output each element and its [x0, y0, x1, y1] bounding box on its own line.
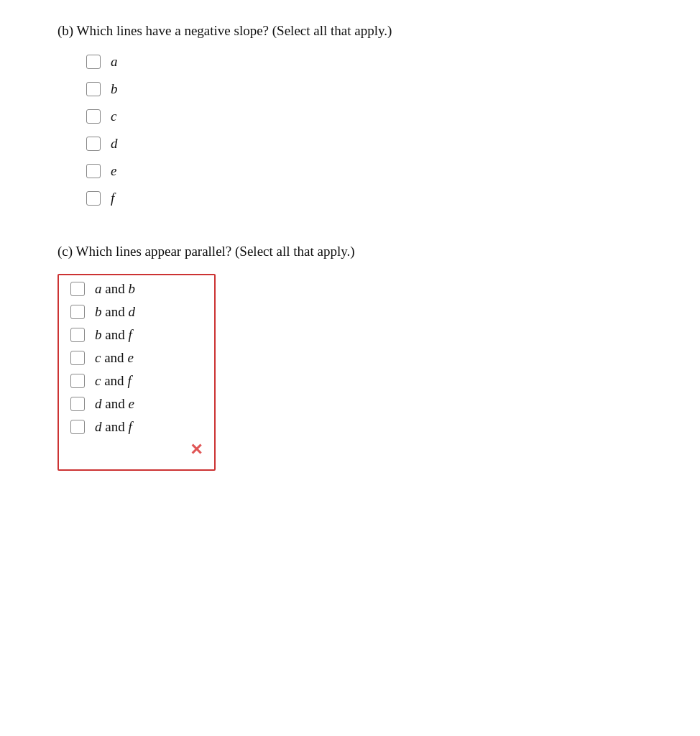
list-item: c and e: [70, 350, 203, 366]
checkbox-b-b[interactable]: [86, 82, 101, 96]
checkbox-c-ce[interactable]: [70, 351, 85, 365]
section-c-question: (c) Which lines appear parallel? (Select…: [57, 242, 643, 262]
option-label-c-cf: c and f: [95, 373, 132, 389]
option-label-b-e: e: [111, 163, 116, 179]
checkbox-b-e[interactable]: [86, 164, 101, 178]
option-label-b-b: b: [111, 81, 118, 97]
list-item: c and f: [70, 373, 203, 389]
close-icon-container: ✕: [70, 442, 203, 458]
option-label-c-ab: a and b: [95, 281, 135, 297]
checkbox-b-c[interactable]: [86, 109, 101, 124]
checkbox-b-d[interactable]: [86, 137, 101, 151]
list-item: e: [86, 163, 643, 179]
section-c-box: a and b b and d b and f c and e c and f …: [57, 274, 216, 471]
option-label-c-df: d and f: [95, 419, 132, 435]
option-label-c-ce: c and e: [95, 350, 134, 366]
checkbox-c-df[interactable]: [70, 420, 85, 434]
close-icon[interactable]: ✕: [190, 442, 203, 458]
option-label-b-f: f: [111, 190, 114, 206]
option-label-c-bd: b and d: [95, 304, 135, 320]
checkbox-c-bf[interactable]: [70, 328, 85, 342]
section-c-options: a and b b and d b and f c and e c and f …: [70, 281, 203, 435]
option-label-b-d: d: [111, 136, 118, 152]
list-item: f: [86, 190, 643, 206]
list-item: d and f: [70, 419, 203, 435]
checkbox-c-bd[interactable]: [70, 305, 85, 319]
list-item: b and f: [70, 327, 203, 343]
option-label-c-de: d and e: [95, 396, 134, 412]
section-b: (b) Which lines have a negative slope? (…: [57, 22, 643, 206]
option-label-c-bf: b and f: [95, 327, 132, 343]
section-b-question: (b) Which lines have a negative slope? (…: [57, 22, 643, 41]
list-item: a and b: [70, 281, 203, 297]
section-b-options: a b c d e f: [57, 54, 643, 206]
checkbox-c-ab[interactable]: [70, 282, 85, 296]
list-item: b and d: [70, 304, 203, 320]
list-item: d and e: [70, 396, 203, 412]
list-item: b: [86, 81, 643, 97]
checkbox-b-f[interactable]: [86, 191, 101, 206]
list-item: a: [86, 54, 643, 70]
checkbox-b-a[interactable]: [86, 55, 101, 69]
checkbox-c-de[interactable]: [70, 397, 85, 411]
list-item: c: [86, 109, 643, 124]
option-label-b-a: a: [111, 54, 118, 70]
section-c: (c) Which lines appear parallel? (Select…: [57, 242, 643, 472]
checkbox-c-cf[interactable]: [70, 374, 85, 388]
option-label-b-c: c: [111, 109, 116, 124]
list-item: d: [86, 136, 643, 152]
